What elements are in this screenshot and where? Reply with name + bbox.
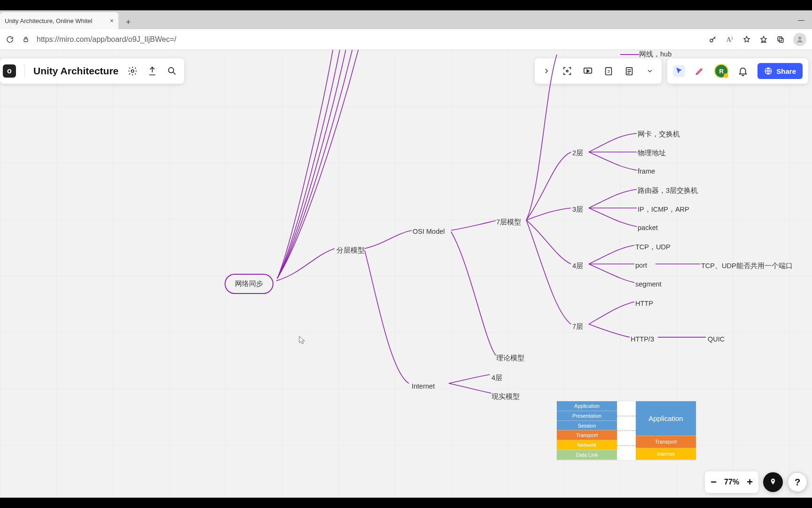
letterbox-bottom bbox=[0, 498, 812, 508]
miro-canvas[interactable]: o Unity Architecture 3 bbox=[0, 50, 812, 498]
browser-tab[interactable]: Unity Architecture, Online Whitel × bbox=[0, 12, 118, 29]
tcpip-cell: Transport bbox=[636, 436, 696, 448]
help-button[interactable]: ? bbox=[788, 472, 807, 492]
node-l3-ip[interactable]: IP，ICMP，ARP bbox=[638, 205, 689, 214]
osi-tcpip-table[interactable]: Application Presentation Session Transpo… bbox=[557, 401, 696, 460]
node-l4[interactable]: 4层 bbox=[572, 262, 583, 270]
node-l3-router[interactable]: 路由器，3层交换机 bbox=[638, 186, 698, 195]
site-lock-icon[interactable] bbox=[22, 35, 30, 44]
mindmap-root-node[interactable]: 网络同步 bbox=[225, 274, 273, 294]
osi-cell: Application bbox=[557, 401, 617, 411]
osi-cell: Network bbox=[557, 440, 617, 450]
node-l2-nic[interactable]: 网卡，交换机 bbox=[638, 130, 680, 139]
svg-point-4 bbox=[798, 37, 801, 40]
osi-cell: Presentation bbox=[557, 411, 617, 421]
read-aloud-icon[interactable]: A⁾ bbox=[726, 35, 734, 44]
node-l4-port[interactable]: port bbox=[635, 262, 647, 269]
node-l3[interactable]: 3层 bbox=[572, 205, 583, 214]
tab-close-icon[interactable]: × bbox=[110, 17, 114, 24]
favorites-bar-icon[interactable] bbox=[759, 35, 768, 44]
map-toggle-button[interactable] bbox=[763, 472, 783, 492]
osi-cell: Data Link bbox=[557, 450, 617, 460]
svg-point-1 bbox=[710, 39, 713, 42]
key-icon[interactable] bbox=[709, 35, 717, 44]
tcpip-cell: Application bbox=[636, 401, 696, 436]
mindmap-root-label: 网络同步 bbox=[235, 279, 263, 287]
node-l2[interactable]: 2层 bbox=[572, 149, 583, 158]
node-l2-frame[interactable]: frame bbox=[638, 167, 655, 175]
node-l7[interactable]: 7层 bbox=[572, 322, 583, 331]
node-l4-port-q[interactable]: TCP、UDP能否共用一个端口 bbox=[701, 262, 793, 270]
letterbox-top bbox=[0, 0, 812, 10]
browser-tab-title: Unity Architecture, Online Whitel bbox=[5, 17, 106, 24]
profile-avatar-icon[interactable] bbox=[793, 33, 806, 46]
browser-address-bar: https://miro.com/app/board/o9J_lIjBWec=/… bbox=[0, 29, 812, 50]
node-l4-tcpudp[interactable]: TCP，UDP bbox=[635, 243, 671, 252]
browser-tab-strip: Unity Architecture, Online Whitel × + — bbox=[0, 10, 812, 29]
node-l3-packet[interactable]: packet bbox=[638, 224, 658, 231]
node-cable-hub[interactable]: 网线，hub bbox=[639, 50, 671, 59]
node-l7-http3[interactable]: HTTP/3 bbox=[631, 335, 654, 343]
node-reality-model[interactable]: 现实模型 bbox=[492, 392, 520, 401]
url-text[interactable]: https://miro.com/app/board/o9J_lIjBWec=/ bbox=[37, 35, 702, 44]
zoom-out-button[interactable]: − bbox=[710, 476, 717, 488]
zoom-in-button[interactable]: + bbox=[747, 476, 753, 488]
node-layer-model[interactable]: 分层模型 bbox=[336, 246, 365, 255]
refresh-icon[interactable] bbox=[6, 35, 14, 44]
node-internet[interactable]: Internet bbox=[412, 382, 435, 390]
node-l2-mac[interactable]: 物理地址 bbox=[638, 149, 666, 158]
tcpip-cell: Internet bbox=[636, 448, 696, 460]
zoom-controls: − 77% + ? bbox=[705, 471, 807, 493]
favorite-icon[interactable] bbox=[742, 35, 751, 44]
node-internet-4layer[interactable]: 4层 bbox=[492, 373, 502, 382]
svg-point-19 bbox=[772, 480, 773, 481]
node-l7-quic[interactable]: QUIC bbox=[708, 335, 725, 343]
node-osi-model[interactable]: OSI Model bbox=[413, 228, 445, 235]
node-l4-segment[interactable]: segment bbox=[635, 280, 662, 288]
new-tab-button[interactable]: + bbox=[121, 15, 135, 29]
osi-cell: Session bbox=[557, 421, 617, 431]
svg-rect-3 bbox=[779, 38, 783, 42]
osi-cell: Transport bbox=[557, 430, 617, 440]
canvas-cursor-icon bbox=[299, 336, 305, 344]
window-minimize-icon[interactable]: — bbox=[798, 16, 804, 24]
node-l7-http[interactable]: HTTP bbox=[635, 300, 653, 307]
svg-rect-2 bbox=[778, 37, 782, 41]
node-theory-model[interactable]: 理论模型 bbox=[496, 354, 524, 363]
svg-rect-0 bbox=[24, 39, 28, 41]
node-7layer-model[interactable]: 7层模型 bbox=[496, 218, 521, 227]
zoom-level[interactable]: 77% bbox=[724, 478, 739, 486]
collections-icon[interactable] bbox=[776, 35, 785, 44]
